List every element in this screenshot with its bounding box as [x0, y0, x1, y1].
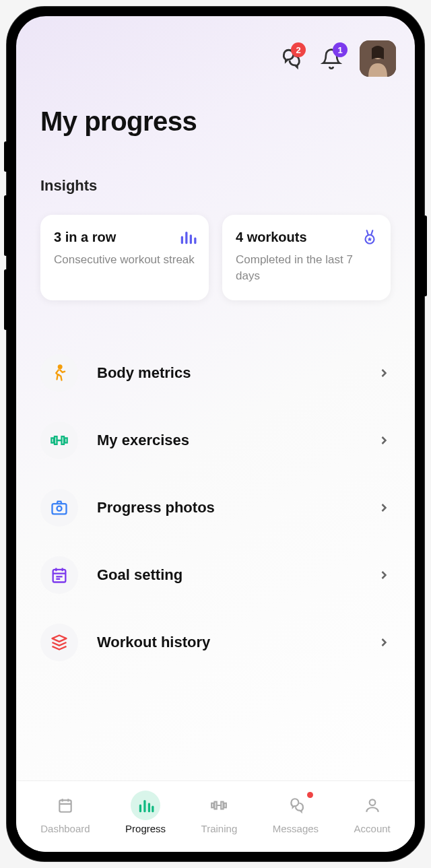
side-button	[4, 269, 7, 330]
chat-badge: 2	[291, 42, 306, 57]
tab-account[interactable]: Account	[354, 791, 391, 834]
svg-rect-32	[224, 803, 226, 808]
svg-point-34	[369, 799, 375, 805]
tab-label: Account	[354, 823, 391, 834]
tab-training[interactable]: Training	[201, 791, 238, 834]
menu-list: Body metrics My exercises	[16, 307, 415, 780]
svg-point-14	[57, 506, 62, 510]
avatar[interactable]	[360, 40, 396, 77]
menu-label: Workout history	[97, 634, 358, 651]
dumbbell-icon	[40, 422, 78, 459]
insight-card-subtitle: Completed in the last 7 days	[236, 252, 377, 284]
menu-label: Body metrics	[97, 364, 358, 382]
calendar-icon	[40, 556, 78, 594]
screen: 2 1 My progress Insights	[16, 16, 415, 852]
insights-heading: Insights	[16, 137, 415, 208]
side-button	[424, 215, 427, 296]
svg-point-7	[59, 365, 62, 368]
svg-rect-15	[53, 569, 66, 582]
insight-card-workouts[interactable]: 4 workouts Completed in the last 7 days	[222, 215, 391, 300]
notifications-button[interactable]: 1	[318, 45, 345, 72]
notifications-badge: 1	[333, 42, 347, 57]
account-icon	[358, 791, 387, 820]
svg-rect-8	[51, 438, 54, 442]
dashboard-icon	[51, 791, 80, 820]
tab-label: Dashboard	[40, 823, 90, 834]
chevron-right-icon	[377, 501, 391, 514]
insight-card-title: 3 in a row	[54, 230, 195, 245]
messages-icon	[281, 791, 310, 820]
camera-icon	[40, 489, 78, 527]
tab-label: Progress	[125, 823, 166, 834]
menu-label: Progress photos	[97, 499, 358, 516]
training-icon	[204, 791, 234, 820]
tab-progress[interactable]: Progress	[125, 791, 166, 834]
menu-item-workout-history[interactable]: Workout history	[40, 609, 391, 676]
progress-icon	[131, 791, 160, 820]
insights-cards: 3 in a row Consecutive workout streak 4 …	[16, 208, 415, 307]
top-bar: 2 1	[16, 16, 415, 84]
menu-item-my-exercises[interactable]: My exercises	[40, 407, 391, 474]
insight-card-streak[interactable]: 3 in a row Consecutive workout streak	[40, 215, 209, 300]
side-button	[4, 195, 7, 256]
page-title: My progress	[16, 84, 415, 137]
tab-bar: Dashboard Progress	[16, 780, 415, 852]
svg-rect-21	[59, 800, 71, 811]
insight-card-subtitle: Consecutive workout streak	[54, 252, 195, 268]
chat-button[interactable]: 2	[276, 45, 303, 72]
chevron-right-icon	[377, 434, 391, 447]
tab-label: Training	[201, 823, 238, 834]
tab-messages[interactable]: Messages	[273, 791, 319, 834]
walk-icon	[40, 354, 78, 392]
bars-icon	[179, 228, 197, 248]
svg-rect-29	[212, 803, 214, 808]
layers-icon	[40, 624, 78, 661]
menu-label: My exercises	[97, 432, 358, 449]
menu-item-progress-photos[interactable]: Progress photos	[40, 474, 391, 541]
avatar-image	[360, 40, 396, 77]
chevron-right-icon	[377, 568, 391, 582]
svg-rect-11	[65, 438, 67, 442]
svg-rect-13	[53, 504, 67, 514]
chevron-right-icon	[377, 636, 391, 649]
chevron-right-icon	[377, 366, 391, 380]
menu-label: Goal setting	[97, 566, 358, 584]
medal-icon	[361, 228, 378, 248]
phone-frame: 2 1 My progress Insights	[7, 7, 424, 861]
menu-item-body-metrics[interactable]: Body metrics	[40, 339, 391, 407]
insight-card-title: 4 workouts	[236, 230, 377, 245]
side-button	[4, 141, 7, 172]
menu-item-goal-setting[interactable]: Goal setting	[40, 541, 391, 609]
unread-dot	[307, 792, 313, 798]
tab-label: Messages	[273, 823, 319, 834]
tab-dashboard[interactable]: Dashboard	[40, 791, 90, 834]
